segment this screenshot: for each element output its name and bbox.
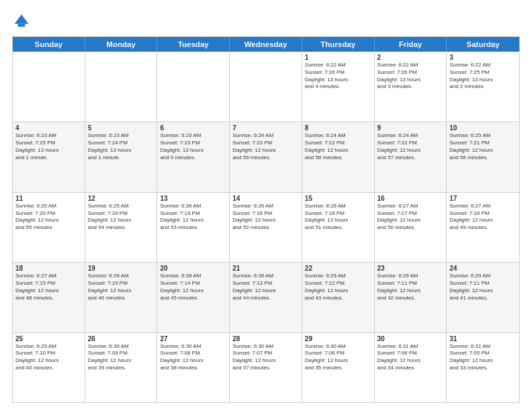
day-number: 7 — [232, 124, 299, 132]
day-number: 2 — [378, 54, 444, 61]
day-info: Sunrise: 6:23 AMSunset: 7:24 PMDaylight:… — [88, 132, 154, 161]
cal-cell: 25Sunrise: 6:29 AMSunset: 7:10 PMDayligh… — [13, 333, 85, 402]
calendar-row-2: 4Sunrise: 6:23 AMSunset: 7:25 PMDaylight… — [13, 122, 519, 191]
day-number: 9 — [378, 124, 444, 132]
day-number: 18 — [15, 265, 82, 272]
calendar: SundayMondayTuesdayWednesdayThursdayFrid… — [12, 36, 520, 403]
page: SundayMondayTuesdayWednesdayThursdayFrid… — [0, 0, 532, 411]
day-number: 11 — [15, 195, 82, 202]
day-number: 24 — [449, 265, 517, 272]
day-number: 14 — [232, 195, 299, 202]
day-info: Sunrise: 6:23 AMSunset: 7:25 PMDaylight:… — [15, 132, 82, 161]
logo-icon — [12, 12, 31, 31]
day-info: Sunrise: 6:26 AMSunset: 7:18 PMDaylight:… — [232, 203, 299, 232]
calendar-header: SundayMondayTuesdayWednesdayThursdayFrid… — [13, 37, 519, 52]
day-number: 3 — [449, 54, 517, 61]
day-number: 8 — [305, 124, 371, 132]
day-info: Sunrise: 6:29 AMSunset: 7:10 PMDaylight:… — [15, 343, 82, 372]
day-info: Sunrise: 6:25 AMSunset: 7:20 PMDaylight:… — [15, 203, 82, 232]
day-number: 26 — [88, 335, 154, 342]
cal-cell: 20Sunrise: 6:28 AMSunset: 7:14 PMDayligh… — [157, 263, 230, 332]
day-number: 10 — [449, 124, 517, 132]
svg-rect-1 — [18, 24, 26, 27]
day-info: Sunrise: 6:29 AMSunset: 7:12 PMDaylight:… — [305, 273, 371, 302]
day-number: 30 — [378, 335, 444, 342]
day-info: Sunrise: 6:30 AMSunset: 7:06 PMDaylight:… — [305, 343, 371, 372]
calendar-row-4: 18Sunrise: 6:27 AMSunset: 7:15 PMDayligh… — [13, 262, 519, 332]
day-info: Sunrise: 6:25 AMSunset: 7:20 PMDaylight:… — [88, 203, 154, 232]
svg-marker-0 — [15, 15, 29, 24]
cal-cell: 31Sunrise: 6:31 AMSunset: 7:05 PMDayligh… — [447, 333, 519, 402]
cal-header-thursday: Thursday — [302, 37, 375, 52]
day-number: 12 — [88, 195, 154, 202]
day-info: Sunrise: 6:31 AMSunset: 7:05 PMDaylight:… — [449, 343, 517, 372]
cal-cell: 29Sunrise: 6:30 AMSunset: 7:06 PMDayligh… — [302, 333, 375, 402]
day-info: Sunrise: 6:22 AMSunset: 7:25 PMDaylight:… — [449, 62, 517, 91]
cal-cell: 14Sunrise: 6:26 AMSunset: 7:18 PMDayligh… — [230, 193, 302, 262]
day-number: 6 — [160, 124, 226, 132]
cal-cell: 24Sunrise: 6:29 AMSunset: 7:11 PMDayligh… — [447, 263, 519, 332]
cal-cell: 23Sunrise: 6:29 AMSunset: 7:11 PMDayligh… — [375, 263, 447, 332]
cal-header-friday: Friday — [375, 37, 447, 52]
day-info: Sunrise: 6:25 AMSunset: 7:21 PMDaylight:… — [449, 132, 517, 161]
day-info: Sunrise: 6:26 AMSunset: 7:18 PMDaylight:… — [305, 203, 371, 232]
cal-cell: 28Sunrise: 6:30 AMSunset: 7:07 PMDayligh… — [230, 333, 302, 402]
cal-cell: 1Sunrise: 6:22 AMSunset: 7:26 PMDaylight… — [302, 52, 375, 122]
day-info: Sunrise: 6:29 AMSunset: 7:11 PMDaylight:… — [378, 273, 444, 302]
day-number: 19 — [88, 265, 154, 272]
day-number: 5 — [88, 124, 154, 132]
day-info: Sunrise: 6:30 AMSunset: 7:07 PMDaylight:… — [232, 343, 299, 372]
cal-header-monday: Monday — [85, 37, 158, 52]
day-info: Sunrise: 6:26 AMSunset: 7:19 PMDaylight:… — [160, 203, 226, 232]
cal-header-sunday: Sunday — [13, 37, 85, 52]
cal-header-saturday: Saturday — [447, 37, 519, 52]
day-number: 4 — [15, 124, 82, 132]
day-number: 25 — [15, 335, 82, 342]
day-number: 13 — [160, 195, 226, 202]
cal-cell: 4Sunrise: 6:23 AMSunset: 7:25 PMDaylight… — [13, 122, 85, 191]
day-info: Sunrise: 6:27 AMSunset: 7:17 PMDaylight:… — [378, 203, 444, 232]
day-info: Sunrise: 6:28 AMSunset: 7:15 PMDaylight:… — [88, 273, 154, 302]
day-number: 27 — [160, 335, 226, 342]
day-info: Sunrise: 6:31 AMSunset: 7:06 PMDaylight:… — [378, 343, 444, 372]
header — [12, 12, 520, 31]
day-info: Sunrise: 6:24 AMSunset: 7:22 PMDaylight:… — [305, 132, 371, 161]
day-info: Sunrise: 6:28 AMSunset: 7:14 PMDaylight:… — [160, 273, 226, 302]
day-info: Sunrise: 6:22 AMSunset: 7:26 PMDaylight:… — [378, 62, 444, 91]
cal-cell: 3Sunrise: 6:22 AMSunset: 7:25 PMDaylight… — [447, 52, 519, 122]
cal-cell — [157, 52, 230, 122]
day-info: Sunrise: 6:27 AMSunset: 7:15 PMDaylight:… — [15, 273, 82, 302]
calendar-row-5: 25Sunrise: 6:29 AMSunset: 7:10 PMDayligh… — [13, 332, 519, 402]
cal-cell: 16Sunrise: 6:27 AMSunset: 7:17 PMDayligh… — [375, 193, 447, 262]
day-info: Sunrise: 6:29 AMSunset: 7:11 PMDaylight:… — [449, 273, 517, 302]
cal-cell: 11Sunrise: 6:25 AMSunset: 7:20 PMDayligh… — [13, 193, 85, 262]
day-number: 31 — [449, 335, 517, 342]
cal-cell: 10Sunrise: 6:25 AMSunset: 7:21 PMDayligh… — [447, 122, 519, 191]
cal-cell: 5Sunrise: 6:23 AMSunset: 7:24 PMDaylight… — [85, 122, 158, 191]
day-info: Sunrise: 6:30 AMSunset: 7:08 PMDaylight:… — [160, 343, 226, 372]
cal-cell: 15Sunrise: 6:26 AMSunset: 7:18 PMDayligh… — [302, 193, 375, 262]
logo — [12, 12, 34, 31]
day-info: Sunrise: 6:24 AMSunset: 7:22 PMDaylight:… — [378, 132, 444, 161]
day-number: 29 — [305, 335, 371, 342]
cal-cell — [13, 52, 85, 122]
cal-cell: 18Sunrise: 6:27 AMSunset: 7:15 PMDayligh… — [13, 263, 85, 332]
day-number: 17 — [449, 195, 517, 202]
cal-cell — [85, 52, 158, 122]
day-number: 28 — [232, 335, 299, 342]
cal-cell: 27Sunrise: 6:30 AMSunset: 7:08 PMDayligh… — [157, 333, 230, 402]
cal-cell: 21Sunrise: 6:28 AMSunset: 7:13 PMDayligh… — [230, 263, 302, 332]
day-number: 20 — [160, 265, 226, 272]
cal-cell: 22Sunrise: 6:29 AMSunset: 7:12 PMDayligh… — [302, 263, 375, 332]
day-number: 15 — [305, 195, 371, 202]
cal-cell: 6Sunrise: 6:23 AMSunset: 7:23 PMDaylight… — [157, 122, 230, 191]
day-info: Sunrise: 6:28 AMSunset: 7:13 PMDaylight:… — [232, 273, 299, 302]
day-info: Sunrise: 6:24 AMSunset: 7:23 PMDaylight:… — [232, 132, 299, 161]
day-number: 22 — [305, 265, 371, 272]
calendar-body: 1Sunrise: 6:22 AMSunset: 7:26 PMDaylight… — [13, 52, 519, 402]
day-info: Sunrise: 6:23 AMSunset: 7:23 PMDaylight:… — [160, 132, 226, 161]
day-number: 23 — [378, 265, 444, 272]
day-info: Sunrise: 6:27 AMSunset: 7:16 PMDaylight:… — [449, 203, 517, 232]
cal-header-wednesday: Wednesday — [230, 37, 302, 52]
cal-cell: 2Sunrise: 6:22 AMSunset: 7:26 PMDaylight… — [375, 52, 447, 122]
